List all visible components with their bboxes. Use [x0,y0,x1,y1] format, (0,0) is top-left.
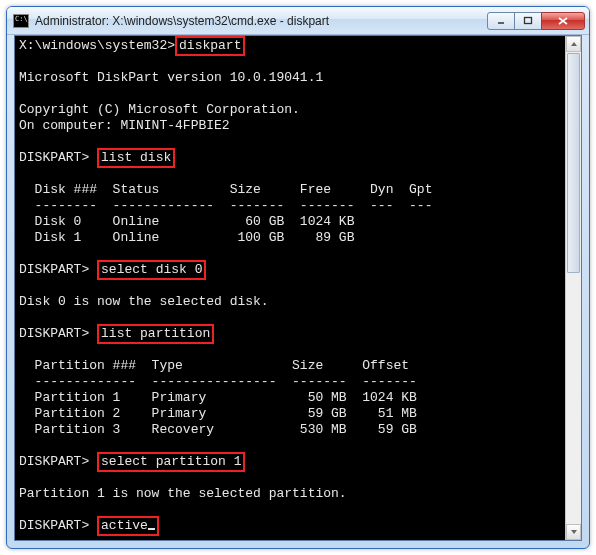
highlight-list-disk: list disk [97,148,175,168]
diskpart-prompt: DISKPART> [19,326,89,341]
svg-rect-1 [525,17,532,23]
highlight-select-disk: select disk 0 [97,260,206,280]
cmd-window: Administrator: X:\windows\system32\cmd.e… [6,6,590,549]
cursor [148,528,155,530]
scroll-thumb[interactable] [567,53,580,273]
copyright-line: Copyright (C) Microsoft Corporation. [19,102,300,117]
cmd-icon [13,14,29,28]
part-row: Partition 2 Primary 59 GB 51 MB [19,406,417,421]
diskpart-prompt: DISKPART> [19,262,89,277]
window-buttons [488,12,585,30]
close-button[interactable] [541,12,585,30]
disk-header: Disk ### Status Size Free Dyn Gpt [19,182,432,197]
part-header: Partition ### Type Size Offset [19,358,409,373]
highlight-select-partition: select partition 1 [97,452,245,472]
diskpart-prompt: DISKPART> [19,150,89,165]
highlight-diskpart: diskpart [175,36,245,56]
titlebar[interactable]: Administrator: X:\windows\system32\cmd.e… [7,7,589,35]
minimize-button[interactable] [487,12,515,30]
msg-disk-selected: Disk 0 is now the selected disk. [19,294,269,309]
vertical-scrollbar[interactable] [565,36,581,540]
maximize-button[interactable] [514,12,542,30]
highlight-list-partition: list partition [97,324,214,344]
scroll-up-button[interactable] [566,36,581,52]
disk-row: Disk 0 Online 60 GB 1024 KB [19,214,354,229]
part-row: Partition 1 Primary 50 MB 1024 KB [19,390,417,405]
disk-divider: -------- ------------- ------- ------- -… [19,198,432,213]
highlight-active: active [97,516,159,536]
prompt-path: X:\windows\system32> [19,38,175,53]
window-title: Administrator: X:\windows\system32\cmd.e… [35,14,488,28]
diskpart-prompt: DISKPART> [19,518,89,533]
part-divider: ------------- ---------------- ------- -… [19,374,417,389]
terminal-area[interactable]: X:\windows\system32>diskpart Microsoft D… [14,35,582,541]
scroll-down-button[interactable] [566,524,581,540]
diskpart-prompt: DISKPART> [19,454,89,469]
terminal-output: X:\windows\system32>diskpart Microsoft D… [15,36,581,536]
disk-row: Disk 1 Online 100 GB 89 GB [19,230,354,245]
msg-part-selected: Partition 1 is now the selected partitio… [19,486,347,501]
computer-line: On computer: MININT-4FPBIE2 [19,118,230,133]
version-line: Microsoft DiskPart version 10.0.19041.1 [19,70,323,85]
part-row: Partition 3 Recovery 530 MB 59 GB [19,422,417,437]
